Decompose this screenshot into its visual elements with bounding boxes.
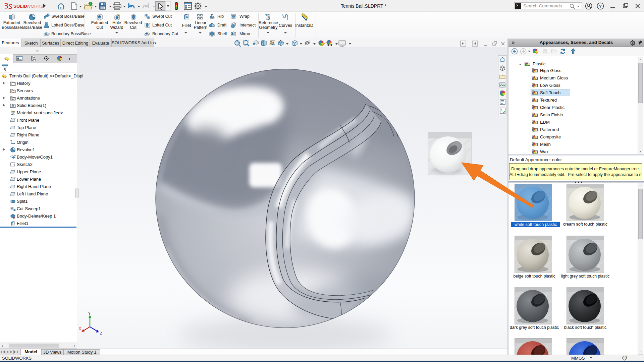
svg-text:A: A [272, 42, 275, 46]
svg-text:Z: Z [100, 331, 102, 335]
svg-text:?: ? [599, 4, 602, 9]
svg-text:Y: Y [88, 312, 91, 315]
svg-text:SOLID: SOLID [13, 4, 27, 9]
svg-text:WORKS: WORKS [26, 4, 44, 9]
svg-text:A: A [12, 98, 14, 100]
svg-text:X: X [79, 327, 81, 330]
